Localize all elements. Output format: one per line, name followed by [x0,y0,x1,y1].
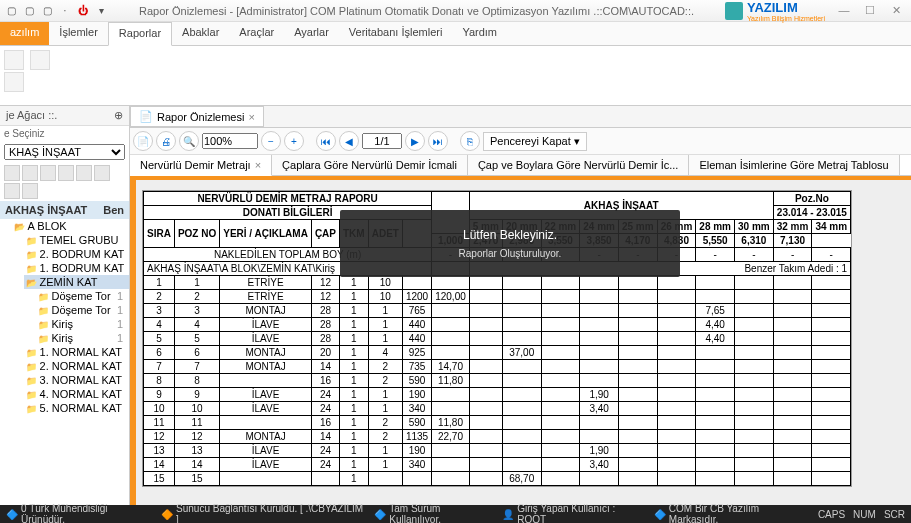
project-select[interactable]: KHAŞ İNŞAAT [4,144,125,160]
caps-indicator: CAPS [818,509,845,520]
tab-close-icon[interactable]: × [248,111,254,123]
logo-text: YAZILIM [747,0,798,15]
num-indicator: NUM [853,509,876,520]
subtab-close-icon[interactable]: × [255,159,261,171]
report-subtab[interactable]: Çaplara Göre Nervürlü Demir İcmali [272,155,468,175]
left-panel: je Ağacı ::. ⊕ e Seçiniz KHAŞ İNŞAAT AKH… [0,106,130,505]
qat-dropdown-icon[interactable]: ▾ [94,4,108,18]
brand-logo: YAZILIM Yazılım Bilişim Hizmetleri [725,0,825,22]
nav-button[interactable]: 🖨 [156,131,176,151]
ribbon-tab[interactable]: Veritabanı İşlemleri [339,22,453,45]
page-input[interactable] [362,133,402,149]
report-subtabs: Nervürlü Demir Metrajı×Çaplara Göre Nerv… [130,155,911,176]
panel-header: je Ağacı ::. ⊕ [0,106,129,126]
ribbon-button[interactable] [30,50,50,70]
minimize-button[interactable]: — [833,4,855,17]
ribbon-button[interactable] [4,50,24,70]
ribbon-tabs: azılımİşlemlerRaporlarAbaklarAraçlarAyar… [0,22,911,46]
nav-button[interactable]: 📄 [133,131,153,151]
logo-subtext: Yazılım Bilişim Hizmetleri [747,15,825,22]
zoom-input[interactable] [202,133,258,149]
loading-overlay: Lütfen Bekleyiniz. Raporlar Oluşturuluyo… [340,210,680,277]
quick-access-toolbar: ▢ ▢ ▢ · ⏻ ▾ [4,4,108,18]
tree-item[interactable]: 4. NORMAL KAT [24,387,129,401]
status-item: 🔷 COM Bir CB Yazılım Markasıdır. [654,503,808,523]
export-button[interactable]: ⎘ [460,131,480,151]
tool-icon[interactable] [4,183,20,199]
tree-item[interactable]: 3. NORMAL KAT [24,373,129,387]
last-page-button[interactable]: ⏭ [428,131,448,151]
window-title: Rapor Önizlemesi - [Administrator] COM P… [108,5,725,17]
tree-item[interactable]: 1. NORMAL KAT [24,345,129,359]
report-icon: 📄 [139,110,153,123]
close-window-button[interactable]: Pencereyi Kapat ▾ [483,132,587,151]
tree-item[interactable]: 2. NORMAL KAT [24,359,129,373]
title-bar: ▢ ▢ ▢ · ⏻ ▾ Rapor Önizlemesi - [Administ… [0,0,911,22]
ribbon-tab[interactable]: Araçlar [229,22,284,45]
status-item: 🔶 Sunucu Bağlantısı Kuruldu. [ .\CBYAZIL… [161,503,364,523]
zoom-in-button[interactable]: + [284,131,304,151]
tool-icon[interactable] [76,165,92,181]
panel-pin-icon[interactable]: ⊕ [114,109,123,122]
tree-header-button[interactable]: Ben [103,204,124,216]
report-subtab[interactable]: Eleman İsimlerine Göre Metraj Tablosu [689,155,899,175]
select-label: e Seçiniz [0,126,129,141]
viewer-toolbar: 📄 🖨 🔍 − + ⏮ ◀ ▶ ⏭ ⎘ Pencereyi Kapat ▾ [130,128,911,155]
ribbon-tab[interactable]: Ayarlar [284,22,339,45]
ribbon-tab[interactable]: Yardım [452,22,507,45]
loading-subtext: Raporlar Oluşturuluyor. [352,248,668,259]
ribbon-tab[interactable]: Abaklar [172,22,229,45]
tree-item[interactable]: Döşeme Tor1 [36,303,129,317]
report-subtab[interactable]: Çap ve Boylara Göre Nervürlü Demir İc... [468,155,690,175]
qat-icon[interactable]: ▢ [22,4,36,18]
tree-item[interactable]: ZEMİN KAT [24,275,129,289]
window-buttons: — ☐ ✕ [833,4,907,17]
tab-label: Rapor Önizlemesi [157,111,244,123]
ribbon-button[interactable] [4,72,24,92]
panel-toolstrip [0,163,129,201]
nav-button[interactable]: 🔍 [179,131,199,151]
tool-icon[interactable] [22,165,38,181]
qat-icon[interactable]: ▢ [40,4,54,18]
status-item: 🔷 0 Türk Mühendisliği Ürünüdür. [6,503,151,523]
tool-icon[interactable] [22,183,38,199]
logo-mark-icon [725,2,743,20]
ribbon-tab[interactable]: azılım [0,22,49,45]
first-page-button[interactable]: ⏮ [316,131,336,151]
report-subtab[interactable]: Nervürlü Demir Metrajı× [130,155,272,176]
status-bar: 🔷 0 Türk Mühendisliği Ürünüdür. 🔶 Sunucu… [0,505,911,523]
tree-header: AKHAŞ İNŞAAT Ben [0,201,129,219]
document-tabs: 📄 Rapor Önizlemesi × [130,106,911,128]
tool-icon[interactable] [94,165,110,181]
tree-item[interactable]: Kiriş1 [36,317,129,331]
tree-item[interactable]: Kiriş1 [36,331,129,345]
close-button[interactable]: ✕ [885,4,907,17]
scr-indicator: SCR [884,509,905,520]
next-page-button[interactable]: ▶ [405,131,425,151]
prev-page-button[interactable]: ◀ [339,131,359,151]
ribbon-tab[interactable]: Raporlar [108,22,172,46]
tree-item[interactable]: 2. BODRUM KAT [24,247,129,261]
tree-item[interactable]: 1. BODRUM KAT [24,261,129,275]
status-item: 👤 Giriş Yapan Kullanıcı : ROOT [502,503,644,523]
tool-icon[interactable] [40,165,56,181]
tree-item[interactable]: TEMEL GRUBU [24,233,129,247]
document-tab[interactable]: 📄 Rapor Önizlemesi × [130,106,264,127]
ribbon-body [0,46,911,106]
qat-sep: · [58,4,72,18]
tree-item[interactable]: 5. NORMAL KAT [24,401,129,415]
tree-item[interactable]: Döşeme Tor1 [36,289,129,303]
ribbon-tab[interactable]: İşlemler [49,22,108,45]
zoom-out-button[interactable]: − [261,131,281,151]
status-item: 🔷 Tam Sürüm Kullanılıyor. [374,503,492,523]
tool-icon[interactable] [4,165,20,181]
qat-icon[interactable]: ▢ [4,4,18,18]
tree-header-text: AKHAŞ İNŞAAT [5,204,87,216]
project-tree[interactable]: A BLOKTEMEL GRUBU2. BODRUM KAT1. BODRUM … [0,219,129,505]
power-icon[interactable]: ⏻ [76,4,90,18]
content-area: 📄 Rapor Önizlemesi × 📄 🖨 🔍 − + ⏮ ◀ ▶ ⏭ ⎘… [130,106,911,505]
tool-icon[interactable] [58,165,74,181]
tree-item[interactable]: A BLOK [12,219,129,233]
panel-title: je Ağacı ::. [6,109,57,122]
maximize-button[interactable]: ☐ [859,4,881,17]
